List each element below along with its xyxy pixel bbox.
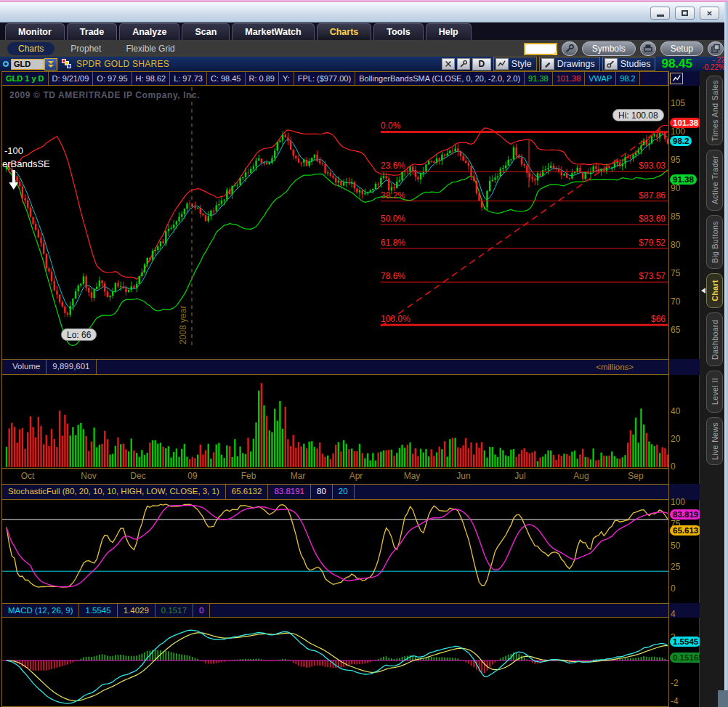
svg-text:38.2%: 38.2% xyxy=(381,190,405,201)
svg-text:78.6%: 78.6% xyxy=(381,271,405,281)
close-icon: ✕ xyxy=(706,9,712,17)
restore-icon xyxy=(682,10,688,16)
chart-settings-button[interactable] xyxy=(457,58,470,70)
volume-bars xyxy=(6,383,668,467)
macd-header: MACD (12, 26, 9)1.55451.40290.15170 xyxy=(1,603,669,618)
restore-button[interactable] xyxy=(675,7,695,20)
svg-text:$79.52: $79.52 xyxy=(639,238,666,248)
drawing-label-minus100: -100 xyxy=(4,145,23,156)
layers-button[interactable] xyxy=(708,41,724,56)
window-resize-grip[interactable] xyxy=(718,690,728,707)
volume-chart[interactable] xyxy=(2,375,668,468)
symbols-button[interactable]: Symbols xyxy=(582,41,636,56)
drawings-button[interactable]: Drawings xyxy=(539,57,600,71)
link-dot-icon[interactable] xyxy=(3,61,9,67)
menu-tab[interactable]: Monitor xyxy=(5,23,65,40)
wrench-button[interactable] xyxy=(562,41,578,56)
menu-tab[interactable]: Trade xyxy=(67,23,117,40)
main-price-chart[interactable]: 2008 year0.0%23.6%$93.0338.2%$87.8650.0%… xyxy=(2,86,668,357)
menu-tab[interactable]: Analyze xyxy=(119,23,179,40)
menu-tab[interactable]: Scan xyxy=(182,23,230,40)
menu-tab[interactable]: Tools xyxy=(373,23,423,40)
setup-button[interactable]: Setup xyxy=(660,41,703,56)
menu-tab[interactable]: MarketWatch xyxy=(232,23,314,40)
data-line-cell: H: 98.62 xyxy=(132,72,171,85)
data-line-cell: 98.2 xyxy=(616,72,639,85)
sidebar-tab[interactable]: Live News xyxy=(706,417,723,465)
macd-axis-tick: -2 xyxy=(671,678,679,688)
sidebar-tab[interactable]: Chart xyxy=(706,273,723,308)
studies-label: Studies xyxy=(620,59,651,69)
month-label: 09 xyxy=(187,471,197,481)
pencil-icon xyxy=(541,58,554,70)
svg-text:$73.57: $73.57 xyxy=(639,271,666,281)
link-color-icon[interactable] xyxy=(62,59,72,69)
svg-text:61.8%: 61.8% xyxy=(381,238,405,248)
fulld-line xyxy=(7,506,668,587)
symbol-dropdown-button[interactable] xyxy=(44,58,57,70)
volume-value: 9,899,601 xyxy=(46,360,96,374)
month-label: Apr xyxy=(349,471,363,481)
price-axis-bubble: 101.38 xyxy=(670,118,701,128)
sidebar-tab[interactable]: Times And Sales xyxy=(706,76,723,145)
macd-avg-line xyxy=(7,633,668,701)
sidebar-tab-label: Active Trader xyxy=(711,155,719,204)
stoch-axis-bubble: 83.819 xyxy=(670,509,701,520)
copyright-watermark: 2009 © TD AMERITRADE IP Company, Inc. xyxy=(9,90,200,100)
price-axis-bubble: 98.2 xyxy=(670,136,692,146)
crossed-tools-icon xyxy=(444,60,453,68)
close-button[interactable]: ✕ xyxy=(700,7,719,20)
stochastic-header-cell: 80 xyxy=(311,485,333,499)
subtab[interactable]: Flexible Grid xyxy=(117,42,183,55)
fibonacci-retracement: 0.0%23.6%$93.0338.2%$87.8650.0%$83.6961.… xyxy=(381,121,668,325)
symbol-row: SPDR GOLD SHARES D Style Drawings Studie… xyxy=(0,57,728,71)
stochastic-chart[interactable] xyxy=(2,500,668,603)
sidebar-tab[interactable]: Big Buttons xyxy=(706,215,723,269)
stoch-axis-tick: 0 xyxy=(671,583,676,594)
macd-header-cell: MACD (12, 26, 9) xyxy=(2,604,79,617)
compare-tool-button[interactable] xyxy=(442,58,455,70)
volume-label: Volume xyxy=(2,360,46,374)
stochastic-header-cell: StochasticFull (80, 20, 10, 10, HIGH, LO… xyxy=(2,485,226,499)
macd-chart[interactable] xyxy=(2,618,668,706)
stoch-axis-bubble: 65.613 xyxy=(670,525,701,536)
thinkorswim-window: ✕ MonitorTradeAnalyzeScanMarketWatchChar… xyxy=(0,0,728,707)
sidebar-tab-label: Level II xyxy=(711,378,719,405)
price-axis-tick: 65 xyxy=(671,325,680,335)
month-label: May xyxy=(404,471,421,481)
style-button[interactable]: Style xyxy=(493,57,537,71)
volume-axis-tick: 0 xyxy=(671,461,676,472)
svg-text:$66: $66 xyxy=(651,314,666,324)
price-axis-tick: 105 xyxy=(671,98,685,108)
printer-icon xyxy=(643,44,653,54)
studies-button[interactable]: Studies xyxy=(602,57,656,71)
symbol-input[interactable] xyxy=(11,59,44,70)
period-button[interactable]: D xyxy=(472,58,491,70)
macd-value-line xyxy=(7,630,668,703)
svg-text:$87.86: $87.86 xyxy=(639,190,666,201)
svg-text:0.0%: 0.0% xyxy=(381,121,401,131)
subtab[interactable]: Prophet xyxy=(62,42,110,55)
window-titlebar[interactable]: ✕ xyxy=(0,2,728,23)
data-line-cell: VWAP xyxy=(585,72,616,85)
data-line-cell: O: 97.95 xyxy=(93,72,132,85)
print-button[interactable] xyxy=(640,41,656,56)
sidebar-tab[interactable]: Dashboard xyxy=(706,312,723,366)
macd-header-cell: 1.4029 xyxy=(118,604,155,617)
chart-detach-button[interactable] xyxy=(670,73,683,84)
bollinger-se-label: erBandsSE xyxy=(2,158,50,169)
sidebar-tab[interactable]: Level II xyxy=(706,371,723,413)
month-label: Jun xyxy=(456,471,470,481)
sidebar-tab-label: Chart xyxy=(711,280,719,301)
wrench-icon xyxy=(459,60,468,68)
volume-axis-tick: 40 xyxy=(671,406,680,416)
menu-tab[interactable]: Charts xyxy=(317,23,372,40)
macd-axis-bubble: 1.5545 xyxy=(670,637,701,647)
macd-histogram xyxy=(6,650,668,674)
menu-tab[interactable]: Help xyxy=(426,23,472,40)
color-swatch[interactable] xyxy=(524,43,557,55)
minimize-button[interactable] xyxy=(650,7,670,20)
subtab[interactable]: Charts xyxy=(7,42,54,55)
sidebar-tab[interactable]: Active Trader xyxy=(706,150,723,211)
mini-chart-icon xyxy=(672,74,682,83)
